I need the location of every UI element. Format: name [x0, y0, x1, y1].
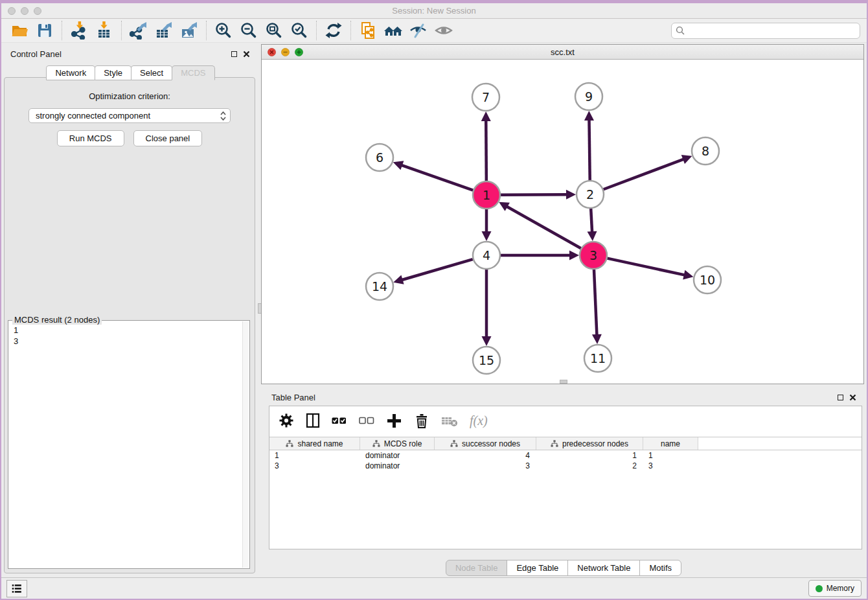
export-network-button[interactable]	[128, 21, 149, 40]
tab-network[interactable]: Network	[46, 65, 95, 80]
table-cell[interactable]: 1	[536, 451, 643, 460]
zoom-out-button[interactable]	[238, 21, 259, 40]
eye-icon	[435, 21, 453, 40]
graph-edge[interactable]	[608, 259, 685, 275]
network-canvas[interactable]: 7968124314101511	[262, 60, 863, 384]
toolbar-separator	[62, 21, 63, 40]
zoom-selected-button[interactable]	[289, 21, 310, 40]
graph-edge[interactable]	[589, 119, 589, 180]
result-scrollbar[interactable]	[242, 321, 249, 568]
copy-network-button[interactable]	[358, 21, 378, 40]
table-panel-title: Table Panel	[271, 393, 838, 402]
table-cell[interactable]: 3	[435, 461, 536, 470]
column-header[interactable]: name	[643, 437, 698, 450]
tab-network-table[interactable]: Network Table	[567, 560, 640, 576]
function-builder-button[interactable]: f(x)	[470, 413, 488, 428]
delete-row-button[interactable]	[414, 413, 429, 429]
refresh-button[interactable]	[323, 21, 344, 40]
graph-edge[interactable]	[486, 120, 486, 181]
table-cell[interactable]: 1	[269, 451, 360, 460]
graph-edge[interactable]	[402, 259, 473, 280]
tab-node-table[interactable]: Node Table	[446, 560, 508, 576]
column-header[interactable]: successor nodes	[435, 437, 536, 450]
graph-edge[interactable]	[594, 270, 597, 336]
tab-edge-table[interactable]: Edge Table	[507, 560, 568, 576]
columns-icon	[306, 413, 320, 428]
graph-edge-arrow	[566, 190, 576, 200]
table-row[interactable]: 1dominator411	[269, 450, 862, 461]
graph-edge-arrow	[569, 251, 579, 260]
search-input[interactable]	[687, 24, 860, 37]
tab-style[interactable]: Style	[95, 65, 131, 80]
hierarchy-icon	[372, 440, 380, 447]
homes-icon	[383, 21, 403, 40]
splitter-grip[interactable]	[560, 380, 567, 384]
select-all-button[interactable]	[332, 413, 347, 428]
column-header[interactable]: MCDS role	[360, 437, 435, 450]
table-cell[interactable]: 3	[643, 461, 698, 470]
delete-table-button[interactable]	[441, 413, 458, 428]
table-cell[interactable]: 4	[435, 451, 536, 460]
table-settings-button[interactable]	[279, 413, 294, 428]
graph-node-label: 6	[376, 150, 383, 165]
table-cell[interactable]: 1	[643, 451, 698, 460]
unselect-all-button[interactable]	[359, 413, 374, 428]
table-row[interactable]: 3dominator323	[269, 461, 862, 471]
task-history-button[interactable]	[6, 580, 27, 597]
zoom-fit-icon	[265, 21, 283, 40]
search-icon	[676, 26, 685, 35]
tab-motifs[interactable]: Motifs	[639, 560, 681, 576]
close-panel-button[interactable]: Close panel	[133, 130, 203, 146]
zoom-in-button[interactable]	[213, 21, 234, 40]
criterion-select[interactable]: strongly connected component	[29, 108, 231, 123]
table-panel-header: Table Panel	[261, 387, 865, 405]
graph-node-label: 8	[702, 144, 709, 158]
graph-edge[interactable]	[401, 165, 473, 190]
memory-button[interactable]: Memory	[808, 580, 862, 597]
control-panel-header: Control Panel	[1, 43, 259, 62]
tab-select[interactable]: Select	[131, 65, 172, 80]
zoom-fit-button[interactable]	[264, 21, 284, 40]
minimize-network-button[interactable]	[281, 48, 290, 56]
close-panel-icon[interactable]	[243, 51, 250, 58]
table-cell[interactable]: dominator	[360, 451, 435, 460]
maximize-network-button[interactable]	[295, 48, 303, 56]
memory-status-icon	[816, 585, 823, 592]
tab-mcds[interactable]: MCDS	[172, 65, 214, 80]
homes-button[interactable]	[383, 21, 404, 40]
graph-edge[interactable]	[506, 206, 580, 248]
graph-node-label: 1	[483, 188, 490, 202]
column-header-label: name	[661, 439, 680, 448]
hide-panels-button[interactable]	[408, 21, 429, 40]
graph-node-label: 2	[586, 187, 594, 202]
float-panel-icon[interactable]	[231, 51, 237, 57]
search-box[interactable]	[671, 23, 860, 39]
open-file-button[interactable]	[9, 21, 30, 40]
export-network-icon	[130, 21, 148, 40]
table-panel: Table Panel	[261, 387, 865, 575]
save-session-button[interactable]	[34, 21, 55, 40]
table-cell[interactable]: 3	[269, 461, 360, 470]
close-panel-icon[interactable]	[849, 394, 856, 401]
graph-node-label: 11	[590, 351, 606, 365]
select-stepper-icon	[220, 111, 226, 121]
graph-edge-arrow	[393, 161, 404, 170]
application-window: Session: New Session	[1, 3, 867, 599]
show-panels-button[interactable]	[433, 21, 454, 40]
graph-edge[interactable]	[591, 209, 592, 233]
export-table-button[interactable]	[154, 21, 174, 40]
export-image-button[interactable]	[179, 21, 200, 40]
float-panel-icon[interactable]	[838, 395, 843, 400]
import-network-button[interactable]	[69, 21, 89, 40]
table-cell[interactable]: dominator	[360, 461, 435, 470]
table-cell[interactable]: 2	[536, 461, 643, 470]
column-header[interactable]: shared name	[269, 437, 360, 450]
column-header[interactable]: predecessor nodes	[536, 437, 643, 450]
close-network-button[interactable]	[268, 48, 276, 56]
show-columns-button[interactable]	[306, 413, 320, 428]
run-mcds-button[interactable]: Run MCDS	[57, 130, 124, 146]
add-row-button[interactable]	[386, 413, 402, 429]
graph-edge[interactable]	[604, 159, 685, 189]
graph-edge[interactable]	[501, 194, 567, 195]
import-table-button[interactable]	[94, 21, 115, 40]
